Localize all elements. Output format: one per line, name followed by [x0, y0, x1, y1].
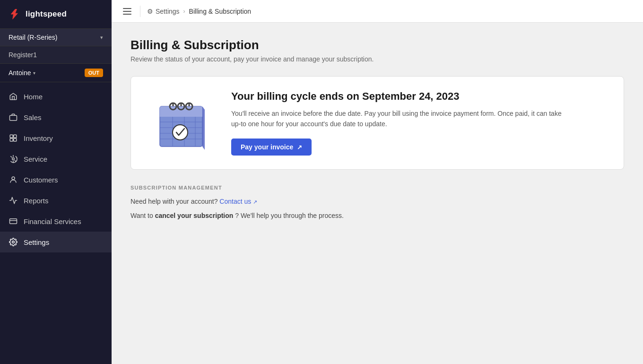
sales-icon: [9, 113, 18, 122]
user-row: Antoine ▾ OUT: [0, 64, 112, 82]
sidebar-item-sales[interactable]: Sales: [0, 107, 112, 128]
user-chevron-icon: ▾: [33, 70, 35, 76]
topbar-divider: [140, 6, 140, 17]
subscription-section: SUBSCRIPTION MANAGEMENT Need help with y…: [130, 185, 624, 221]
sidebar-item-customers-label: Customers: [24, 176, 58, 184]
sidebar-item-home-label: Home: [24, 93, 43, 101]
user-name[interactable]: Antoine ▾: [9, 69, 35, 77]
subscription-help-text: Need help with your account? Contact us …: [130, 196, 624, 207]
breadcrumb-settings-link[interactable]: ⚙ Settings: [147, 8, 180, 15]
svg-rect-3: [10, 139, 13, 141]
gear-icon: ⚙: [147, 8, 153, 15]
sidebar-item-settings[interactable]: Settings: [0, 232, 112, 252]
register-label: Register1: [9, 51, 37, 59]
main-area: ⚙ Settings › Billing & Subscription Bill…: [112, 0, 643, 364]
cancel-subscription-link[interactable]: cancel your subscription: [155, 212, 234, 219]
svg-point-9: [12, 241, 15, 243]
external-link-icon: ↗: [297, 144, 302, 151]
billing-card: Your billing cycle ends on September 24,…: [130, 76, 624, 170]
sidebar-item-settings-label: Settings: [24, 238, 49, 246]
logo-area: lightspeed: [0, 0, 112, 28]
svg-point-6: [12, 177, 15, 180]
sidebar-item-inventory[interactable]: Inventory: [0, 128, 112, 148]
topbar: ⚙ Settings › Billing & Subscription: [112, 0, 643, 23]
home-icon: [9, 92, 18, 101]
out-badge: OUT: [85, 69, 103, 77]
billing-card-info: Your billing cycle ends on September 24,…: [231, 90, 607, 156]
svg-marker-26: [202, 106, 205, 150]
financial-icon: [9, 217, 18, 226]
sidebar-item-sales-label: Sales: [24, 113, 42, 121]
sidebar-item-financial-services[interactable]: Financial Services: [0, 211, 112, 232]
settings-icon: [9, 237, 18, 247]
svg-rect-4: [14, 139, 17, 141]
billing-cycle-title: Your billing cycle ends on September 24,…: [231, 90, 607, 103]
breadcrumb-chevron-icon: ›: [183, 8, 185, 15]
sidebar-item-reports-label: Reports: [24, 197, 49, 205]
breadcrumb: ⚙ Settings › Billing & Subscription: [147, 8, 251, 15]
external-link-icon-2: ↗: [253, 199, 257, 205]
sidebar-item-customers[interactable]: Customers: [0, 169, 112, 190]
svg-rect-2: [14, 135, 17, 138]
inventory-icon: [9, 133, 18, 143]
customers-icon: [9, 175, 18, 184]
svg-rect-7: [10, 219, 17, 224]
page-subtitle: Review the status of your account, pay y…: [130, 55, 624, 63]
pay-invoice-label: Pay your invoice: [241, 143, 293, 151]
lightspeed-logo-icon: [9, 8, 22, 21]
sidebar-item-service[interactable]: Service: [0, 148, 112, 169]
billing-cycle-desc: You'll receive an invoice before the due…: [231, 108, 562, 130]
sidebar-item-inventory-label: Inventory: [24, 134, 53, 142]
chevron-down-icon: ▾: [100, 35, 103, 41]
svg-point-27: [173, 125, 188, 140]
register-row: Register1: [0, 46, 112, 64]
pay-invoice-button[interactable]: Pay your invoice ↗: [231, 139, 312, 156]
sidebar-item-home[interactable]: Home: [0, 86, 112, 107]
logo-text: lightspeed: [26, 9, 67, 19]
store-selector-label: Retail (R-Series): [9, 34, 57, 41]
reports-icon: [9, 196, 18, 205]
subscription-section-title: SUBSCRIPTION MANAGEMENT: [130, 185, 624, 191]
svg-rect-12: [160, 112, 202, 117]
service-icon: [9, 154, 18, 164]
sidebar-item-financial-label: Financial Services: [24, 217, 81, 225]
nav-list: Home Sales Inventory Service: [0, 82, 112, 364]
svg-rect-0: [10, 115, 17, 121]
svg-point-5: [12, 158, 15, 160]
hamburger-button[interactable]: [121, 6, 133, 17]
store-selector[interactable]: Retail (R-Series) ▾: [0, 28, 112, 46]
sidebar-item-service-label: Service: [24, 155, 47, 163]
sidebar-item-reports[interactable]: Reports: [0, 190, 112, 211]
sidebar: lightspeed Retail (R-Series) ▾ Register1…: [0, 0, 112, 364]
page-title: Billing & Subscription: [130, 38, 624, 52]
calendar-illustration: [148, 90, 214, 156]
svg-rect-1: [10, 135, 13, 138]
contact-us-link[interactable]: Contact us ↗: [219, 198, 257, 205]
breadcrumb-settings-label: Settings: [156, 8, 180, 15]
subscription-cancel-text: Want to cancel your subscription ? We'll…: [130, 210, 624, 221]
page-content: Billing & Subscription Review the status…: [112, 23, 643, 364]
breadcrumb-current-label: Billing & Subscription: [189, 8, 252, 15]
